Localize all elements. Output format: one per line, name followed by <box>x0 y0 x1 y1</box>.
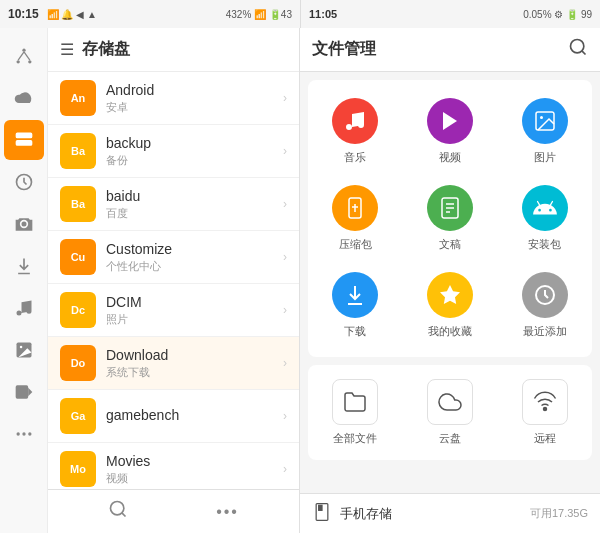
svg-point-11 <box>22 432 25 435</box>
svg-marker-27 <box>440 285 460 304</box>
file-sub-dcim: 照片 <box>106 312 283 327</box>
file-item-movies[interactable]: Mo Movies 视频 › <box>48 443 299 489</box>
left-panel-title: 存储盘 <box>82 39 130 60</box>
sidebar-item-storage[interactable] <box>4 120 44 160</box>
category-row-2: 压缩包 文稿 安装包 <box>308 175 592 262</box>
svg-line-3 <box>18 52 24 60</box>
storage-available: 可用17.35G <box>530 506 588 521</box>
sidebar-icons <box>0 28 48 533</box>
sidebar-item-network[interactable] <box>4 36 44 76</box>
svg-line-16 <box>582 51 586 55</box>
cloud-section: 全部文件 云盘 远程 <box>308 365 592 460</box>
hamburger-icon: ☰ <box>60 40 74 59</box>
right-header: 文件管理 <box>300 28 600 72</box>
file-info-baidu: baidu 百度 <box>106 188 283 221</box>
svg-rect-8 <box>15 385 28 398</box>
sidebar-item-download[interactable] <box>4 246 44 286</box>
cloud-drive[interactable]: 云盘 <box>403 369 498 456</box>
arrow-backup: › <box>283 144 287 158</box>
file-sub-backup: 备份 <box>106 153 283 168</box>
more-options-button[interactable]: ••• <box>216 503 239 521</box>
music-label: 音乐 <box>344 150 366 165</box>
sidebar-item-history[interactable] <box>4 162 44 202</box>
video-label: 视频 <box>439 150 461 165</box>
svg-point-29 <box>543 408 546 411</box>
cloud-remote[interactable]: 远程 <box>497 369 592 456</box>
cloud-drive-label: 云盘 <box>439 431 461 446</box>
file-list-panel: ☰ 存储盘 An Android 安卓 › Ba backup <box>48 28 299 533</box>
category-doc[interactable]: 文稿 <box>403 175 498 262</box>
arrow-baidu: › <box>283 197 287 211</box>
sidebar-item-music[interactable] <box>4 288 44 328</box>
svg-marker-9 <box>28 388 32 396</box>
left-bottom-bar: ••• <box>48 489 299 533</box>
file-sub-movies: 视频 <box>106 471 283 486</box>
folder-icon-download: Do <box>60 345 96 381</box>
file-item-baidu[interactable]: Ba baidu 百度 › <box>48 178 299 231</box>
file-info-gamebench: gamebench <box>106 407 283 425</box>
status-bars: 10:15 📶 🔔 ◀ ▲ 432% 📶 🔋43 文件管理 11:05 0.05… <box>0 0 600 28</box>
zip-icon-bg <box>332 185 378 231</box>
left-time: 10:15 <box>8 7 39 21</box>
category-section: 音乐 视频 图片 <box>308 80 592 357</box>
right-search-button[interactable] <box>568 37 588 62</box>
storage-device-icon <box>312 502 332 526</box>
arrow-movies: › <box>283 462 287 476</box>
arrow-android: › <box>283 91 287 105</box>
category-row-3: 下载 我的收藏 最近添加 <box>308 262 592 349</box>
folder-icon-customize: Cu <box>60 239 96 275</box>
category-video[interactable]: 视频 <box>403 88 498 175</box>
file-name-gamebench: gamebench <box>106 407 283 423</box>
sidebar-item-video[interactable] <box>4 372 44 412</box>
category-recent[interactable]: 最近添加 <box>497 262 592 349</box>
right-panel: 文件管理 音乐 <box>300 28 600 533</box>
sidebar-item-cloud[interactable] <box>4 78 44 118</box>
left-status-icons: 📶 🔔 ◀ ▲ <box>47 9 97 20</box>
sidebar-item-more[interactable] <box>4 414 44 454</box>
video-icon-bg <box>427 98 473 144</box>
file-list: An Android 安卓 › Ba backup 备份 › <box>48 72 299 489</box>
sidebar-item-camera[interactable] <box>4 204 44 244</box>
search-button[interactable] <box>108 499 128 524</box>
left-panel: ☰ 存储盘 An Android 安卓 › Ba backup <box>0 28 300 533</box>
category-star[interactable]: 我的收藏 <box>403 262 498 349</box>
arrow-customize: › <box>283 250 287 264</box>
file-name-android: Android <box>106 82 283 98</box>
right-status-bar: 文件管理 11:05 0.05% ⚙ 🔋 99 <box>300 0 600 28</box>
category-download[interactable]: 下载 <box>308 262 403 349</box>
arrow-dcim: › <box>283 303 287 317</box>
cloud-grid: 全部文件 云盘 远程 <box>308 369 592 456</box>
file-item-customize[interactable]: Cu Customize 个性化中心 › <box>48 231 299 284</box>
doc-icon-bg <box>427 185 473 231</box>
arrow-download: › <box>283 356 287 370</box>
image-label: 图片 <box>534 150 556 165</box>
sidebar-item-image[interactable] <box>4 330 44 370</box>
right-status-icons: 0.05% ⚙ 🔋 99 <box>523 9 592 20</box>
signal-info: 432% 📶 🔋43 <box>226 9 292 20</box>
file-item-gamebench[interactable]: Ga gamebench › <box>48 390 299 443</box>
file-item-android[interactable]: An Android 安卓 › <box>48 72 299 125</box>
zip-label: 压缩包 <box>339 237 372 252</box>
svg-point-13 <box>111 502 124 515</box>
arrow-gamebench: › <box>283 409 287 423</box>
cloud-all-files[interactable]: 全部文件 <box>308 369 403 456</box>
file-info-download: Download 系统下载 <box>106 347 283 380</box>
file-item-backup[interactable]: Ba backup 备份 › <box>48 125 299 178</box>
svg-point-0 <box>22 49 25 52</box>
category-apk[interactable]: 安装包 <box>497 175 592 262</box>
category-zip[interactable]: 压缩包 <box>308 175 403 262</box>
recent-icon-bg <box>522 272 568 318</box>
main-content: ☰ 存储盘 An Android 安卓 › Ba backup <box>0 28 600 533</box>
right-time-display: 11:05 <box>309 8 337 20</box>
svg-point-19 <box>540 116 543 119</box>
svg-point-15 <box>571 40 584 53</box>
category-image[interactable]: 图片 <box>497 88 592 175</box>
file-item-dcim[interactable]: Dc DCIM 照片 › <box>48 284 299 337</box>
file-item-download[interactable]: Do Download 系统下载 › <box>48 337 299 390</box>
folder-icon-baidu: Ba <box>60 186 96 222</box>
category-music[interactable]: 音乐 <box>308 88 403 175</box>
apk-label: 安装包 <box>528 237 561 252</box>
right-content: 音乐 视频 图片 <box>300 72 600 493</box>
svg-line-4 <box>24 52 30 60</box>
file-name-dcim: DCIM <box>106 294 283 310</box>
